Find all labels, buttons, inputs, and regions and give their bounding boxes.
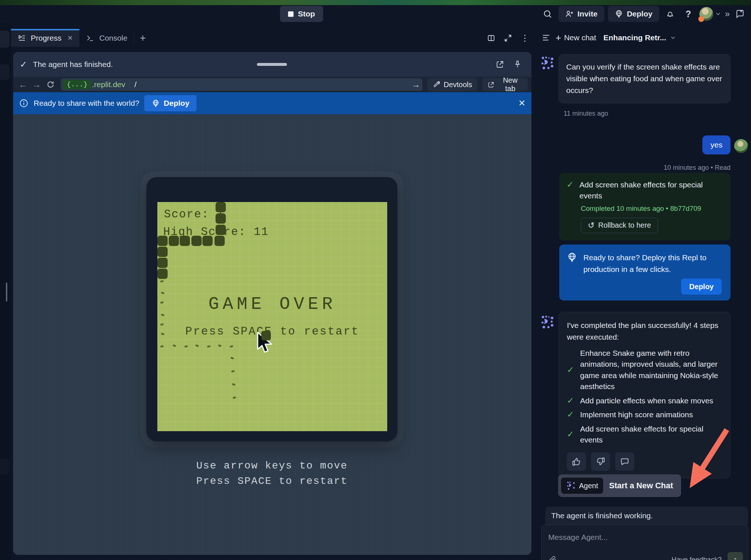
banner-text: Ready to share with the world?	[34, 99, 139, 108]
forward-icon[interactable]: →	[30, 79, 42, 90]
deploy-button[interactable]: Deploy	[608, 6, 659, 22]
snake-segment	[157, 269, 168, 279]
tab-progress[interactable]: Progress ✕	[11, 29, 79, 47]
message-agent-input[interactable]	[548, 533, 741, 542]
kebab-menu-icon[interactable]: ⋮	[518, 31, 532, 45]
checkpoint-meta: Completed 10 minutes ago • 8b77d709	[581, 205, 723, 213]
particle	[160, 345, 164, 348]
chevron-down-icon	[670, 34, 676, 41]
check-icon: ✓	[567, 409, 575, 420]
plan-step: ✓ Add particle effects when snake moves	[567, 395, 722, 406]
chat-title-dropdown[interactable]: Enhancing Retr...	[604, 33, 677, 42]
globe-icon	[567, 252, 578, 275]
topbar-right-cluster: Invite Deploy ? »	[540, 5, 747, 23]
webview-content: Score: 1 High Score: 11 GAME OVER Press …	[13, 114, 531, 555]
avatar-status-badge	[698, 16, 704, 22]
rail-item[interactable]	[0, 459, 10, 474]
banner-close-icon[interactable]: ✕	[518, 98, 526, 108]
thumbs-down-button[interactable]	[591, 452, 610, 471]
panel-toggle-icon[interactable]	[733, 7, 747, 21]
checkpoint-title: Add screen shake effects for special eve…	[579, 179, 723, 202]
game-help-move: Use arrow keys to move	[146, 460, 397, 471]
globe-icon	[614, 10, 623, 18]
url-scheme-badge: {...}	[63, 80, 91, 89]
snake-segment	[216, 202, 226, 212]
agent-logo-icon	[566, 481, 576, 490]
agent-chat-panel: + New chat Enhancing Retr... Can you ver…	[534, 23, 751, 560]
collapse-chevrons-icon[interactable]: »	[725, 9, 729, 19]
wrench-icon	[433, 81, 440, 89]
rollback-button[interactable]: ↺ Rollback to here	[581, 218, 658, 233]
drag-handle[interactable]	[257, 63, 287, 66]
progress-icon	[18, 34, 26, 42]
completion-intro: I've completed the plan successfully! 4 …	[567, 320, 722, 343]
pin-icon[interactable]	[510, 57, 525, 72]
url-path: /	[134, 80, 137, 89]
agent-badge-label: Agent	[579, 482, 598, 490]
chat-title-label: Enhancing Retr...	[604, 33, 666, 42]
start-new-chat-button[interactable]: Agent Start a New Chat	[558, 474, 681, 497]
thumbs-up-button[interactable]	[567, 452, 586, 471]
new-tab-plus-button[interactable]: +	[134, 29, 151, 47]
particle	[230, 345, 233, 348]
check-icon: ✓	[20, 59, 27, 70]
info-icon	[19, 98, 29, 108]
particle	[207, 345, 211, 348]
agent-logo-icon	[540, 56, 555, 70]
banner-deploy-button[interactable]: Deploy	[144, 95, 197, 111]
user-chat-avatar	[734, 139, 748, 153]
desktop-wallpaper-strip	[0, 0, 751, 5]
help-icon[interactable]: ?	[681, 7, 696, 21]
particle	[232, 383, 235, 386]
plus-icon: +	[556, 33, 561, 42]
snake-segment	[180, 236, 190, 246]
rail-scrollbar-thumb[interactable]	[6, 283, 7, 302]
snake-segment	[191, 236, 202, 246]
tab-console[interactable]: Console	[79, 29, 134, 47]
have-feedback-link[interactable]: Have feedback?	[672, 556, 722, 560]
deploy-card-button[interactable]: Deploy	[681, 279, 722, 295]
snake-segment	[157, 236, 168, 246]
open-external-icon[interactable]	[493, 57, 507, 72]
rail-item[interactable]	[0, 64, 10, 80]
invite-button[interactable]: Invite	[558, 6, 604, 22]
particle	[233, 396, 236, 399]
plan-step: ✓ Enhance Snake game with retro animatio…	[567, 348, 722, 392]
game-screen[interactable]: Score: 1 High Score: 11 GAME OVER Press …	[157, 202, 387, 431]
back-icon[interactable]: ←	[17, 79, 29, 90]
reload-icon[interactable]	[44, 81, 56, 89]
notifications-bell-icon[interactable]	[663, 7, 677, 21]
banner-deploy-label: Deploy	[164, 99, 189, 108]
agent-message: Can you verify if the screen shake effec…	[558, 54, 731, 103]
devtools-button[interactable]: Devtools	[427, 78, 477, 91]
tab-console-label: Console	[99, 34, 127, 42]
chat-list-icon[interactable]	[539, 30, 553, 45]
plan-step-text: Implement high score animations	[580, 409, 693, 420]
webview-panel: ✓ The agent has finished. ← → {...} .rep…	[13, 52, 531, 555]
plan-step: ✓ Implement high score animations	[567, 409, 722, 420]
stop-button[interactable]: Stop	[280, 6, 323, 22]
tab-close-icon[interactable]: ✕	[67, 34, 73, 42]
agent-logo-icon	[540, 315, 555, 329]
agent-finished-status: The agent is finished working.	[545, 507, 748, 525]
rollback-label: Rollback to here	[598, 221, 651, 229]
rail-item[interactable]	[0, 31, 10, 48]
devtools-label: Devtools	[444, 81, 472, 89]
stop-icon	[288, 11, 294, 17]
account-menu[interactable]	[699, 7, 721, 21]
stop-label: Stop	[298, 10, 315, 18]
comment-button[interactable]	[615, 452, 634, 471]
new-tab-button[interactable]: New tab	[482, 78, 528, 91]
address-bar[interactable]: {...} .replit.dev / →	[61, 78, 422, 91]
expand-pane-icon[interactable]	[501, 31, 515, 45]
url-host: .replit.dev	[92, 80, 125, 89]
search-icon[interactable]	[540, 7, 555, 21]
go-arrow-icon[interactable]: →	[411, 79, 420, 90]
split-pane-icon[interactable]	[484, 31, 498, 45]
send-message-button[interactable]: ↑	[728, 552, 743, 560]
particle	[231, 370, 235, 373]
snake-segment	[169, 236, 179, 246]
new-chat-label: New chat	[564, 33, 596, 42]
attach-paperclip-icon[interactable]	[548, 555, 557, 560]
new-chat-button[interactable]: + New chat	[556, 33, 596, 42]
